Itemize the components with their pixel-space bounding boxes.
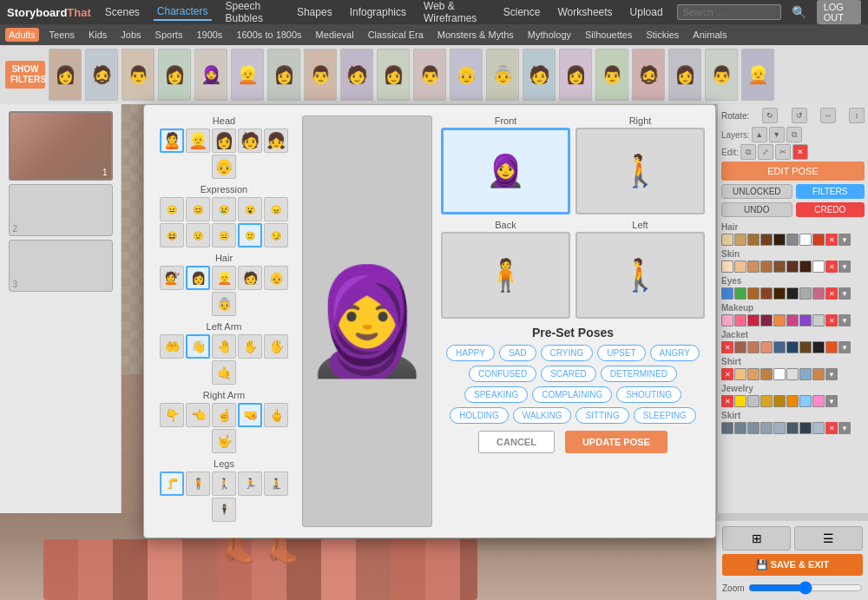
skirt-swatch[interactable] — [786, 422, 799, 434]
char-thumb[interactable]: 👨 — [413, 49, 446, 101]
skirt-dropdown[interactable]: ▼ — [838, 422, 851, 434]
back-pose-box[interactable]: 🧍 — [441, 232, 570, 319]
search-input[interactable] — [677, 4, 781, 20]
copy-icon[interactable]: ⧉ — [740, 144, 756, 160]
pose-sad[interactable]: SAD — [499, 345, 536, 361]
head-part-4[interactable]: 🧑 — [238, 129, 262, 153]
skirt-swatch[interactable] — [773, 422, 786, 434]
jacket-remove-button[interactable]: ✕ — [721, 341, 733, 353]
rarm-4[interactable]: 🤜 — [238, 403, 262, 427]
pose-walking[interactable]: WALKING — [513, 407, 572, 424]
makeup-remove-button[interactable]: ✕ — [825, 314, 838, 326]
skin-remove-button[interactable]: ✕ — [825, 260, 838, 273]
char-thumb[interactable]: 🧔 — [632, 49, 665, 101]
shirt-swatch[interactable] — [786, 368, 799, 380]
update-pose-button[interactable]: UPDATE POSE — [565, 431, 667, 453]
char-thumb[interactable]: 👨 — [304, 49, 337, 101]
char-thumb[interactable]: 👱 — [741, 49, 774, 101]
skirt-swatch[interactable] — [721, 422, 733, 434]
char-thumb[interactable]: 👨 — [122, 49, 155, 101]
skirt-remove-button[interactable]: ✕ — [825, 422, 838, 434]
makeup-swatch[interactable] — [734, 314, 746, 326]
hair-dropdown[interactable]: ▼ — [838, 234, 851, 246]
flip-v-icon[interactable]: ↕ — [849, 108, 865, 123]
eyes-swatch[interactable] — [721, 287, 733, 300]
nav-science[interactable]: Science — [500, 4, 544, 20]
logout-button[interactable]: LOG OUT — [817, 0, 861, 24]
legs-6[interactable]: 🕴 — [212, 498, 236, 522]
jacket-swatch[interactable] — [760, 341, 773, 353]
makeup-swatch[interactable] — [799, 314, 812, 326]
nav-characters[interactable]: Characters — [154, 3, 212, 21]
scene-2-thumb[interactable]: 2 — [9, 184, 113, 236]
char-thumb[interactable]: 👱 — [231, 49, 264, 101]
pose-sleeping[interactable]: SLEEPING — [634, 407, 696, 424]
makeup-swatch[interactable] — [773, 314, 786, 326]
shirt-swatch-selected[interactable] — [812, 368, 825, 380]
rarm-2[interactable]: 👈 — [186, 403, 210, 427]
undo-button[interactable]: UNDO — [721, 202, 792, 217]
eyes-swatch[interactable] — [747, 287, 760, 300]
hair-swatch[interactable] — [799, 234, 812, 246]
skirt-swatch[interactable] — [734, 422, 746, 434]
eyes-swatch[interactable] — [799, 287, 812, 300]
skin-swatch[interactable] — [812, 260, 825, 273]
pose-shouting[interactable]: SHOUTING — [616, 386, 681, 403]
legs-2[interactable]: 🧍 — [186, 471, 210, 496]
hair-1[interactable]: 💇 — [160, 266, 184, 290]
char-thumb[interactable]: 👩 — [158, 49, 191, 101]
nav-shapes[interactable]: Shapes — [293, 4, 336, 20]
pose-holding[interactable]: HOLDING — [450, 407, 509, 424]
credo-button[interactable]: CREDO — [796, 202, 865, 217]
eyes-swatch[interactable] — [760, 287, 773, 300]
delete-icon[interactable]: ✕ — [792, 144, 808, 160]
skirt-swatch[interactable] — [760, 422, 773, 434]
shirt-dropdown[interactable]: ▼ — [825, 368, 838, 380]
skirt-swatch[interactable] — [747, 422, 760, 434]
resize-icon[interactable]: ⤢ — [758, 144, 773, 160]
cat-stickies[interactable]: Stickies — [642, 28, 682, 42]
cat-teens[interactable]: Teens — [46, 28, 78, 42]
expr-5[interactable]: 😠 — [264, 197, 288, 221]
cat-animals[interactable]: Animals — [689, 28, 730, 42]
jewelry-swatch[interactable] — [747, 395, 760, 407]
jewelry-swatch[interactable] — [760, 395, 773, 407]
edit-pose-button[interactable]: EDIT POSE — [721, 162, 865, 181]
char-thumb[interactable]: 👩 — [559, 49, 592, 101]
jewelry-swatch[interactable] — [812, 395, 825, 407]
jewelry-dropdown[interactable]: ▼ — [825, 395, 838, 407]
cat-silhouettes[interactable]: Silhouettes — [582, 28, 635, 42]
search-icon[interactable]: 🔍 — [792, 5, 806, 19]
hair-4[interactable]: 🧑 — [238, 266, 262, 290]
char-thumb[interactable]: 🧕 — [194, 49, 227, 101]
show-filters-button[interactable]: SHOW FILTERS — [5, 61, 45, 89]
jewelry-swatch[interactable] — [799, 395, 812, 407]
skin-swatch[interactable] — [734, 260, 746, 273]
jacket-swatch[interactable] — [773, 341, 786, 353]
char-thumb[interactable]: 👩 — [668, 49, 701, 101]
hair-swatch[interactable] — [747, 234, 760, 246]
expr-4[interactable]: 😮 — [238, 197, 262, 221]
char-thumb[interactable]: 👨 — [705, 49, 738, 101]
char-thumb[interactable]: 👨 — [595, 49, 628, 101]
larm-4[interactable]: ✋ — [238, 334, 262, 359]
hair-3[interactable]: 👱 — [212, 266, 236, 290]
makeup-dropdown[interactable]: ▼ — [838, 314, 851, 326]
jacket-swatch[interactable] — [786, 341, 799, 353]
expr-9[interactable]: 🙂 — [238, 223, 262, 247]
eyes-swatch[interactable] — [734, 287, 746, 300]
hair-swatch[interactable] — [812, 234, 825, 246]
makeup-swatch[interactable] — [812, 314, 825, 326]
pose-happy[interactable]: HAPPY — [446, 345, 495, 361]
hair-6[interactable]: 👵 — [212, 292, 236, 316]
hair-swatch[interactable] — [786, 234, 799, 246]
expr-8[interactable]: 😑 — [212, 223, 236, 247]
skin-swatch[interactable] — [799, 260, 812, 273]
pose-determined[interactable]: DETERMINED — [601, 366, 677, 382]
hair-swatch[interactable] — [734, 234, 746, 246]
skin-swatch[interactable] — [773, 260, 786, 273]
char-thumb[interactable]: 👩 — [49, 49, 82, 101]
skin-dropdown[interactable]: ▼ — [838, 260, 851, 273]
pose-crying[interactable]: CRYING — [541, 345, 594, 361]
expr-6[interactable]: 😆 — [160, 223, 184, 247]
